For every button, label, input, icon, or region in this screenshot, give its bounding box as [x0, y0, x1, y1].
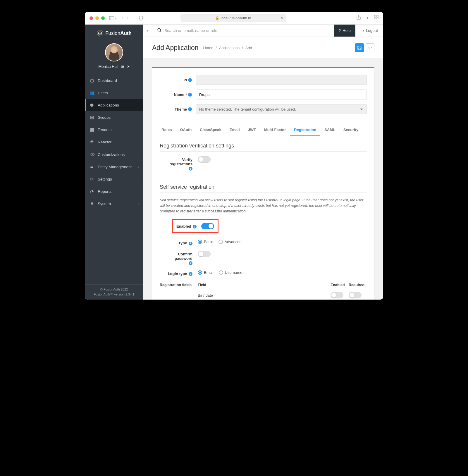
- close-window[interactable]: [90, 16, 93, 20]
- page-header: Add Application Home/ Applications/ Add …: [143, 37, 383, 58]
- topbar: ⇤ ?Help ↪Logout: [143, 25, 383, 37]
- nav-applications[interactable]: ⬢Applications: [85, 99, 143, 111]
- logo: FusionAuth: [85, 25, 143, 41]
- shield-icon[interactable]: [139, 16, 143, 20]
- back-button[interactable]: ‹: [122, 16, 123, 21]
- fusionauth-logo-icon: [97, 30, 104, 37]
- tabs-icon[interactable]: [374, 15, 378, 21]
- groups-icon: ▤: [90, 115, 94, 120]
- svg-rect-6: [377, 18, 378, 19]
- tab-jwt[interactable]: JWT: [244, 124, 260, 136]
- window-controls[interactable]: [90, 16, 105, 20]
- birthdate-enabled-toggle[interactable]: [331, 292, 343, 298]
- share-icon[interactable]: [357, 15, 361, 21]
- enabled-toggle[interactable]: [201, 223, 214, 229]
- svg-line-11: [160, 31, 161, 32]
- tab-email[interactable]: Email: [226, 124, 244, 136]
- info-icon[interactable]: i: [189, 167, 192, 171]
- chevron-left-icon: ‹: [138, 190, 139, 193]
- dashboard-icon: ▢: [90, 78, 94, 83]
- info-icon[interactable]: i: [188, 107, 192, 111]
- name-input[interactable]: [196, 90, 367, 99]
- info-icon[interactable]: i: [188, 93, 192, 97]
- nav-reactor[interactable]: ☢Reactor: [85, 136, 143, 148]
- chevron-left-icon: ‹: [138, 202, 139, 205]
- svg-rect-5: [374, 18, 376, 19]
- minimize-window[interactable]: [95, 16, 99, 20]
- info-icon[interactable]: i: [189, 261, 192, 265]
- collapse-sidebar-icon[interactable]: ⇤: [143, 25, 153, 37]
- section-selfservice-title: Self service registration: [160, 184, 367, 193]
- user-name-row: Monica Hall 🪪 ➤: [99, 64, 130, 69]
- url-bar[interactable]: 🔒 local.fusionauth.io ↻: [180, 14, 286, 22]
- login-username-radio[interactable]: Username: [219, 270, 242, 275]
- nav-entity-management[interactable]: ≣Entity Management‹: [85, 161, 143, 173]
- logo-text: FusionAuth: [105, 30, 132, 36]
- tab-registration[interactable]: Registration: [290, 124, 320, 136]
- verify-registrations-toggle[interactable]: [198, 156, 211, 163]
- help-icon: ?: [338, 28, 341, 33]
- tab-roles[interactable]: Roles: [157, 124, 176, 136]
- info-icon[interactable]: i: [189, 242, 192, 245]
- type-basic-radio[interactable]: Basic: [198, 240, 213, 244]
- nav-system[interactable]: 🖥System‹: [85, 197, 143, 210]
- location-icon[interactable]: ➤: [127, 65, 130, 68]
- nav-settings[interactable]: ⚙Settings‹: [85, 173, 143, 185]
- code-icon: </>: [90, 152, 94, 157]
- confirm-password-toggle[interactable]: [198, 251, 211, 257]
- breadcrumb: Home/ Applications/ Add: [203, 46, 252, 50]
- sidebar-nav: ▢Dashboard 👥Users ⬢Applications ▤Groups …: [85, 74, 143, 284]
- svg-rect-3: [374, 15, 376, 17]
- search-input[interactable]: [164, 28, 330, 33]
- browser-chrome: ⌄ ‹ › 🔒 local.fusionauth.io ↻ ＋: [85, 12, 383, 25]
- nav-users[interactable]: 👥Users: [85, 87, 143, 99]
- reactor-icon: ☢: [90, 140, 94, 144]
- logout-button[interactable]: ↪Logout: [355, 25, 383, 37]
- enabled-highlight: Enabled i: [172, 219, 218, 233]
- tab-cleanspeak[interactable]: CleanSpeak: [196, 124, 226, 136]
- tab-oauth[interactable]: OAuth: [176, 124, 196, 136]
- type-label: Type i: [160, 240, 192, 245]
- help-button[interactable]: ?Help: [334, 25, 355, 37]
- tab-security[interactable]: Security: [339, 124, 362, 136]
- crumb-applications[interactable]: Applications: [219, 46, 240, 50]
- login-email-radio[interactable]: Email: [198, 270, 214, 275]
- crumb-home[interactable]: Home: [203, 46, 214, 50]
- nav-customizations[interactable]: </>Customizations‹: [85, 148, 143, 161]
- sidebar-toggle-icon[interactable]: ⌄: [109, 16, 117, 20]
- nav-dashboard[interactable]: ▢Dashboard: [85, 74, 143, 87]
- tab-saml[interactable]: SAML: [320, 124, 339, 136]
- tab-multifactor[interactable]: Multi-Factor: [260, 124, 290, 136]
- login-type-label: Login type i: [160, 270, 192, 276]
- birthdate-required-toggle[interactable]: [349, 292, 362, 298]
- back-button[interactable]: ↩: [366, 43, 374, 52]
- new-tab-icon[interactable]: ＋: [365, 15, 370, 21]
- svg-rect-0: [109, 16, 114, 20]
- logout-icon: ↪: [361, 28, 364, 33]
- section-verification-title: Registration verification settings: [160, 143, 367, 152]
- selfservice-description: Self service registration will allow use…: [160, 197, 367, 214]
- save-button[interactable]: [355, 43, 364, 52]
- type-advanced-radio[interactable]: Advanced: [218, 240, 242, 244]
- info-icon[interactable]: i: [189, 272, 192, 276]
- theme-select[interactable]: No theme selected. The tenant configurat…: [196, 104, 367, 114]
- search-box[interactable]: [153, 28, 334, 33]
- svg-point-9: [99, 33, 101, 34]
- svg-point-10: [158, 28, 161, 31]
- refresh-icon[interactable]: ↻: [280, 16, 283, 20]
- user-avatar[interactable]: [105, 43, 123, 61]
- id-input: [196, 75, 367, 85]
- maximize-window[interactable]: [101, 16, 105, 20]
- forward-button[interactable]: ›: [127, 16, 128, 21]
- confirm-password-label: Confirm password i: [160, 251, 192, 265]
- info-icon[interactable]: i: [193, 225, 197, 228]
- sidebar: FusionAuth Monica Hall 🪪 ➤ ▢Dashboard 👥U…: [85, 25, 143, 300]
- settings-icon: ⚙: [90, 177, 94, 181]
- nav-tenants[interactable]: 🏢Tenants: [85, 123, 143, 136]
- nav-groups[interactable]: ▤Groups: [85, 111, 143, 123]
- info-icon[interactable]: i: [188, 78, 192, 82]
- svg-rect-4: [377, 15, 378, 17]
- form-card: Id i Name* i Theme i No theme selected. …: [152, 67, 374, 300]
- id-card-icon[interactable]: 🪪: [121, 65, 125, 68]
- nav-reports[interactable]: ◔Reports‹: [85, 185, 143, 197]
